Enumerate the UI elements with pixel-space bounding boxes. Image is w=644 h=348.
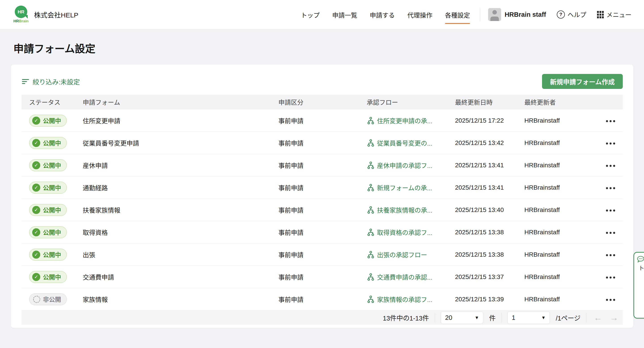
updated-by: HRBrainstaff — [524, 184, 604, 191]
page-size-select[interactable]: 20 ▼ — [441, 311, 483, 324]
nav-item-top[interactable]: トップ — [301, 6, 320, 22]
hrbrain-logo[interactable]: HR HRBrain — [12, 5, 30, 23]
unit-label: 件 — [489, 313, 496, 322]
page-number-value: 1 — [512, 314, 515, 322]
flow-link[interactable]: 取得資格の承認フ... — [367, 228, 455, 237]
nav-item-apply[interactable]: 申請する — [370, 6, 395, 22]
check-circle-icon: ✓ — [32, 117, 40, 125]
check-circle-icon: ✓ — [32, 206, 40, 214]
filter-link[interactable]: 絞り込み:未設定 — [22, 77, 80, 86]
org-chart-icon — [367, 228, 375, 236]
status-label: 公開中 — [43, 139, 61, 147]
check-circle-icon: ✓ — [32, 139, 40, 147]
flow-link[interactable]: 出張の承認フロー — [367, 250, 455, 259]
category: 事前申請 — [278, 273, 367, 281]
flow-link-label: 家族情報の承認フ... — [377, 295, 432, 304]
logo-hr-text: HR — [18, 9, 24, 14]
flow-link-label: 産休申請の承認フ... — [377, 161, 432, 170]
category: 事前申請 — [278, 183, 367, 192]
check-circle-icon: ✓ — [32, 228, 40, 236]
row-more-button[interactable] — [604, 185, 618, 191]
row-more-button[interactable] — [604, 274, 618, 281]
table-row: ✓ 公開中 出張 事前申請 出張の承認フロー 2025/12/1 — [22, 243, 623, 266]
flow-link-label: 従業員番号変更の... — [377, 139, 432, 148]
org-chart-icon — [367, 273, 375, 281]
table-row: ✓ 非公開 家族情報 事前申請 家族情報の承認フ... 2025 — [22, 288, 623, 311]
nav-item-proxy[interactable]: 代理操作 — [408, 6, 432, 22]
check-circle-icon: ✓ — [32, 273, 40, 281]
updated-by: HRBrainstaff — [524, 273, 604, 281]
category: 事前申請 — [278, 228, 367, 237]
table-row: ✓ 公開中 交通費申請 事前申請 交通費申請の承認... 202 — [22, 266, 623, 288]
chat-support-tab[interactable]: チャットサポート — [634, 252, 644, 319]
status-badge: ✓ 公開中 — [29, 115, 67, 127]
flow-link[interactable]: 交通費申請の承認... — [367, 273, 455, 281]
updated-at: 2025/12/15 13:42 — [455, 139, 524, 147]
form-name: 従業員番号変更申請 — [83, 139, 278, 148]
nav-item-request-list[interactable]: 申請一覧 — [332, 6, 357, 22]
updated-at: 2025/12/15 13:38 — [455, 229, 524, 236]
filter-icon — [22, 78, 30, 85]
updated-at: 2025/12/15 13:37 — [455, 273, 524, 281]
flow-link[interactable]: 家族情報の承認フ... — [367, 295, 455, 304]
updated-by: HRBrainstaff — [524, 296, 604, 303]
create-form-button[interactable]: 新規申請フォーム作成 — [542, 74, 623, 89]
row-more-button[interactable] — [604, 140, 618, 147]
col-header-category: 申請区分 — [278, 98, 367, 107]
category: 事前申請 — [278, 139, 367, 148]
table-row: ✓ 公開中 従業員番号変更申請 事前申請 従業員番号変更の... — [22, 132, 623, 154]
next-page-icon[interactable]: → — [610, 313, 618, 322]
updated-by: HRBrainstaff — [524, 251, 604, 258]
help-button[interactable]: ? ヘルプ — [557, 10, 586, 19]
row-more-button[interactable] — [604, 118, 618, 124]
org-chart-icon — [367, 139, 375, 147]
pager-arrows: ← → — [594, 313, 618, 322]
grid-menu-icon — [597, 11, 604, 18]
flow-link[interactable]: 産休申請の承認フ... — [367, 161, 455, 170]
nav-item-settings[interactable]: 各種設定 — [445, 6, 470, 22]
status-label: 公開中 — [43, 161, 61, 170]
chevron-down-icon: ▼ — [541, 315, 546, 320]
user-avatar[interactable] — [488, 8, 501, 21]
company-name: 株式会社HELP — [34, 9, 78, 19]
table-row: ✓ 公開中 住所変更申請 事前申請 住所変更申請の承... 20 — [22, 109, 623, 132]
prev-page-icon[interactable]: ← — [594, 313, 602, 322]
updated-by: HRBrainstaff — [524, 139, 604, 147]
org-chart-icon — [367, 251, 375, 259]
chat-bubble-icon — [636, 256, 644, 263]
check-circle-icon: ✓ — [32, 161, 40, 169]
flow-link[interactable]: 従業員番号変更の... — [367, 139, 455, 148]
page-number-select[interactable]: 1 ▼ — [507, 311, 550, 324]
card-toolbar: 絞り込み:未設定 新規申請フォーム作成 — [22, 74, 623, 89]
flow-link-label: 新規フォームの承... — [377, 183, 432, 192]
status-badge: ✓ 公開中 — [29, 204, 67, 216]
total-pages-label: /1ページ — [556, 313, 580, 322]
user-zone[interactable]: HRBrain staff — [480, 7, 546, 21]
row-more-button[interactable] — [604, 252, 618, 258]
flow-link[interactable]: 新規フォームの承... — [367, 183, 455, 192]
form-settings-card: 絞り込み:未設定 新規申請フォーム作成 ステータス 申請フォーム 申請区分 承認… — [11, 65, 633, 328]
flow-link[interactable]: 住所変更申請の承... — [367, 116, 455, 125]
form-name: 取得資格 — [83, 228, 278, 237]
check-circle-icon: ✓ — [32, 251, 40, 259]
main-nav: トップ 申請一覧 申請する 代理操作 各種設定 — [301, 6, 470, 22]
row-more-button[interactable] — [604, 297, 618, 303]
row-more-button[interactable] — [604, 207, 618, 214]
row-more-button[interactable] — [604, 163, 618, 169]
flow-link-label: 交通費申請の承認... — [377, 273, 432, 281]
menu-button[interactable]: メニュー — [597, 10, 632, 19]
flow-link[interactable]: 扶養家族情報の承... — [367, 205, 455, 214]
status-label: 公開中 — [43, 228, 61, 237]
updated-at: 2025/12/15 13:41 — [455, 162, 524, 169]
top-header: HR HRBrain 株式会社HELP トップ 申請一覧 申請する 代理操作 各… — [0, 0, 644, 29]
table-row: ✓ 公開中 扶養家族情報 事前申請 扶養家族情報の承... 20 — [22, 199, 623, 221]
header-divider — [480, 7, 480, 21]
form-name: 扶養家族情報 — [83, 205, 278, 214]
flow-link-label: 出張の承認フロー — [377, 250, 427, 259]
chevron-down-icon: ▼ — [475, 315, 479, 320]
row-more-button[interactable] — [604, 230, 618, 236]
category: 事前申請 — [278, 161, 367, 170]
forms-table: ステータス 申請フォーム 申請区分 承認フロー 最終更新日時 最終更新者 ✓ 公… — [22, 95, 623, 325]
logo-speech-bubble-icon: HR — [15, 5, 27, 18]
status-badge: ✓ 非公開 — [29, 293, 67, 305]
